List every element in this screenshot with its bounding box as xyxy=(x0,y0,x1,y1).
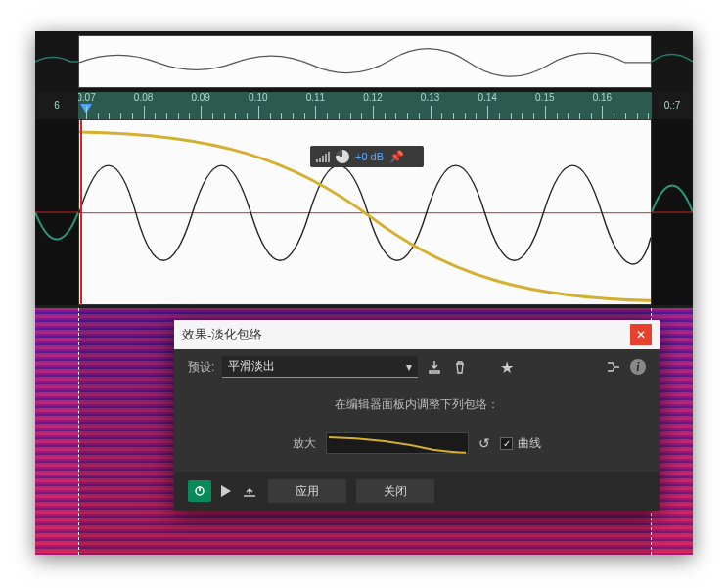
time-ruler[interactable]: 0.070.080.090.100.110.120.130.140.150.16 xyxy=(78,92,652,119)
dialog-message: 在编辑器面板内调整下列包络： xyxy=(174,384,660,425)
play-icon[interactable] xyxy=(221,485,231,497)
dialog-footer: 应用 关闭 xyxy=(174,472,660,511)
ruler-tick xyxy=(545,106,546,119)
chevron-down-icon: ▾ xyxy=(406,360,412,374)
ruler-tick xyxy=(258,106,259,119)
amp-label: 放大 xyxy=(293,435,316,452)
ruler-label: 0.14 xyxy=(478,92,496,103)
effect-dialog: 效果 - 淡化包络 ✕ 预设: 平滑淡出 ▾ ★ i 在编辑器面板内调整下列包络… xyxy=(174,320,660,511)
route-icon[interactable] xyxy=(605,358,622,376)
ruler-tick xyxy=(431,106,432,119)
ruler-tick xyxy=(201,106,202,119)
waveform-editor[interactable]: +0 dB 📌 xyxy=(78,119,652,305)
ruler-label: 0.16 xyxy=(593,92,612,103)
ruler-label: 0.08 xyxy=(134,92,153,103)
gain-hud[interactable]: +0 dB 📌 xyxy=(310,146,424,167)
ruler-label: 0.12 xyxy=(363,92,382,103)
checkbox-box: ✓ xyxy=(500,437,513,450)
wave-left-tail xyxy=(35,119,78,305)
dialog-title-prefix: 效果 xyxy=(182,326,207,343)
curve-label: 曲线 xyxy=(518,435,541,452)
ruler-tick xyxy=(487,106,488,119)
preset-value: 平滑淡出 xyxy=(228,358,406,375)
ruler-tick xyxy=(315,106,316,119)
reset-icon[interactable]: ↺ xyxy=(478,435,490,451)
preset-dropdown[interactable]: 平滑淡出 ▾ xyxy=(222,356,418,378)
curve-checkbox[interactable]: ✓ 曲线 xyxy=(500,435,541,452)
close-icon[interactable]: ✕ xyxy=(630,324,652,345)
ruler-label: 0.15 xyxy=(535,92,554,103)
envelope-preview[interactable] xyxy=(326,432,469,454)
close-button[interactable]: 关闭 xyxy=(356,479,434,503)
dialog-title-name: 淡化包络 xyxy=(211,326,262,343)
favorite-icon[interactable]: ★ xyxy=(498,358,516,376)
wave-gutter-left xyxy=(35,119,78,305)
overview-wave-outer xyxy=(35,31,693,92)
ruler-tick xyxy=(373,106,374,119)
ruler-label: 0.13 xyxy=(421,92,439,103)
ruler-tick xyxy=(86,106,87,119)
overview-strip[interactable] xyxy=(35,31,693,92)
preset-label: 预设: xyxy=(188,359,214,376)
gain-readout[interactable]: +0 dB xyxy=(355,151,384,162)
save-preset-icon[interactable] xyxy=(426,358,443,376)
ruler-label: 0.07 xyxy=(78,92,96,103)
wave-right-tail xyxy=(652,119,693,305)
ruler-tick xyxy=(602,106,603,119)
waveform-path xyxy=(79,165,651,264)
apply-button[interactable]: 应用 xyxy=(268,479,346,503)
ruler-label: 0.09 xyxy=(191,92,209,103)
info-icon[interactable]: i xyxy=(630,359,646,375)
power-button[interactable] xyxy=(188,480,211,502)
ruler-tick xyxy=(144,106,145,119)
ruler-right-label: 0.:7 xyxy=(652,92,693,119)
app-frame: 6 0.:7 0.070.080.090.100.110.120.130.140… xyxy=(35,31,693,555)
gain-knob-icon[interactable] xyxy=(336,150,349,163)
pin-icon[interactable]: 📌 xyxy=(389,150,404,163)
ruler-left-label: 6 xyxy=(35,92,78,119)
level-meter-icon xyxy=(316,151,330,162)
ruler-label: 0.11 xyxy=(306,92,325,103)
wave-gutter-right xyxy=(652,119,693,305)
export-icon[interactable] xyxy=(241,482,258,500)
dialog-titlebar[interactable]: 效果 - 淡化包络 ✕ xyxy=(174,320,660,349)
delete-preset-icon[interactable] xyxy=(451,358,469,376)
ruler-label: 0.10 xyxy=(249,92,267,103)
